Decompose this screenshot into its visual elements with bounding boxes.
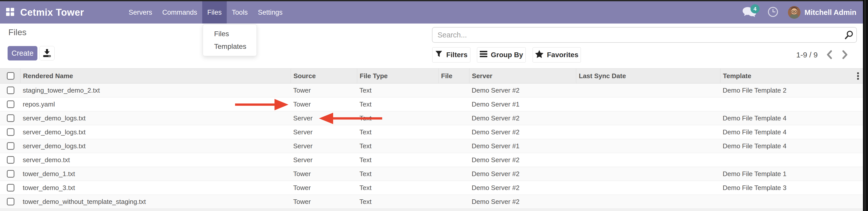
table-bottom-strip <box>0 209 863 211</box>
cell-template <box>720 195 863 208</box>
search-icon[interactable] <box>841 30 856 40</box>
cell-rendered-name: tower_demo_without_template_staging.txt <box>20 195 291 208</box>
row-checkbox[interactable] <box>7 184 14 191</box>
cell-rendered-name: tower_demo_1.txt <box>20 167 291 181</box>
cell-server: Demo Server #2 <box>469 84 576 97</box>
cell-file <box>438 167 469 181</box>
row-checkbox[interactable] <box>7 100 14 108</box>
cell-rendered-name: server_demo_logs.txt <box>20 111 291 125</box>
column-header-server[interactable]: Server <box>469 68 576 83</box>
favorites-button[interactable]: Favorites <box>533 47 581 62</box>
pager: 1-9 / 9 <box>796 47 849 62</box>
dropdown-item-files[interactable]: Files <box>203 28 256 40</box>
nav-item-files[interactable]: Files <box>202 1 227 24</box>
nav-item-settings[interactable]: Settings <box>253 1 288 24</box>
table-row[interactable]: staging_tower_demo_2.txt Tower Text Demo… <box>0 84 863 97</box>
cell-server: Demo Server #2 <box>469 111 576 125</box>
row-checkbox[interactable] <box>7 128 14 136</box>
pager-range[interactable]: 1-9 / 9 <box>796 51 818 59</box>
filter-funnel-icon <box>435 50 443 60</box>
cell-source: Tower <box>291 195 357 208</box>
cell-rendered-name: server_demo_logs.txt <box>20 139 291 153</box>
activities-button[interactable] <box>767 6 779 19</box>
export-button[interactable] <box>39 46 55 60</box>
row-checkbox[interactable] <box>7 198 14 205</box>
table-row[interactable]: tower_demo_3.txt Tower Text Demo Server … <box>0 181 863 195</box>
cell-last-sync-date <box>576 181 720 194</box>
cell-template: Demo File Template 4 <box>720 125 863 139</box>
filters-button[interactable]: Filters <box>432 47 470 62</box>
table-row[interactable]: repos.yaml Tower Text Demo Server #1 <box>0 97 863 111</box>
nav-item-tools[interactable]: Tools <box>227 1 253 24</box>
nav-item-servers[interactable]: Servers <box>124 1 157 24</box>
cell-file <box>438 195 469 208</box>
user-name: Mitchell Admin <box>805 8 856 17</box>
cell-rendered-name: tower_demo_3.txt <box>20 181 291 194</box>
main-menu: Servers Commands Files Tools Settings <box>124 1 288 24</box>
column-header-rendered-name[interactable]: Rendered Name <box>20 68 291 83</box>
pager-next-button[interactable] <box>841 50 849 60</box>
cell-file-type: Text <box>357 139 438 153</box>
group-by-button[interactable]: Group By <box>477 47 526 62</box>
brand-title[interactable]: Cetmix Tower <box>20 1 84 24</box>
cell-file-type: Text <box>357 111 438 125</box>
cell-file-type: Text <box>357 181 438 194</box>
create-button[interactable]: Create <box>8 46 37 60</box>
cell-source: Tower <box>291 167 357 181</box>
column-header-last-sync-date[interactable]: Last Sync Date <box>576 68 720 83</box>
messages-count-badge: 4 <box>750 4 760 13</box>
table-row[interactable]: server_demo.txt Server Text Demo Server … <box>0 153 863 167</box>
column-header-file-type[interactable]: File Type <box>357 68 438 83</box>
table-row[interactable]: server_demo_logs.txt Server Text Demo Se… <box>0 111 863 125</box>
dropdown-item-templates[interactable]: Templates <box>203 40 256 53</box>
table-row[interactable]: server_demo_logs.txt Server Text Demo Se… <box>0 125 863 139</box>
user-menu[interactable]: Mitchell Admin <box>788 6 856 19</box>
select-all-checkbox[interactable] <box>7 72 14 80</box>
table-row[interactable]: server_demo_logs.txt Server Text Demo Se… <box>0 139 863 153</box>
column-header-file[interactable]: File <box>438 68 469 83</box>
cell-server: Demo Server #2 <box>469 167 576 181</box>
cell-file-type: Text <box>357 153 438 167</box>
column-header-template[interactable]: Template <box>720 68 863 83</box>
group-by-label: Group By <box>491 51 523 59</box>
cell-server: Demo Server #2 <box>469 125 576 139</box>
cell-template <box>720 153 863 167</box>
cell-source: Tower <box>291 97 357 111</box>
cell-source: Tower <box>291 181 357 194</box>
pager-previous-button[interactable] <box>825 50 833 60</box>
cell-source: Server <box>291 153 357 167</box>
cell-template: Demo File Template 2 <box>720 84 863 97</box>
nav-item-commands[interactable]: Commands <box>157 1 202 24</box>
row-checkbox-cell <box>0 111 20 125</box>
star-icon <box>535 50 544 60</box>
optional-columns-icon[interactable] <box>857 68 859 83</box>
row-checkbox[interactable] <box>7 142 14 150</box>
row-checkbox-cell <box>0 125 20 139</box>
cell-last-sync-date <box>576 84 720 97</box>
cell-rendered-name: server_demo.txt <box>20 153 291 167</box>
cell-template: Demo File Template 4 <box>720 111 863 125</box>
row-checkbox-cell <box>0 139 20 153</box>
clock-icon <box>767 14 779 19</box>
messages-button[interactable]: 4 <box>742 6 758 19</box>
cell-last-sync-date <box>576 139 720 153</box>
search-input[interactable] <box>432 28 841 42</box>
group-by-bars-icon <box>480 51 487 59</box>
row-checkbox[interactable] <box>7 170 14 178</box>
table-row[interactable]: tower_demo_1.txt Tower Text Demo Server … <box>0 167 863 181</box>
row-checkbox-cell <box>0 167 20 181</box>
row-checkbox[interactable] <box>7 114 14 122</box>
apps-menu-button[interactable] <box>6 1 15 24</box>
chat-bubbles-icon <box>742 16 757 20</box>
cell-server: Demo Server #2 <box>469 195 576 208</box>
cell-file <box>438 125 469 139</box>
cell-last-sync-date <box>576 195 720 208</box>
column-header-source[interactable]: Source <box>291 68 357 83</box>
cell-server: Demo Server #1 <box>469 139 576 153</box>
files-list-table: Rendered Name Source File Type File Serv… <box>0 68 863 211</box>
table-row[interactable]: tower_demo_without_template_staging.txt … <box>0 195 863 209</box>
cell-last-sync-date <box>576 97 720 111</box>
row-checkbox[interactable] <box>7 87 14 94</box>
top-navbar: Cetmix Tower Servers Commands Files Tool… <box>0 1 868 24</box>
row-checkbox[interactable] <box>7 156 14 164</box>
